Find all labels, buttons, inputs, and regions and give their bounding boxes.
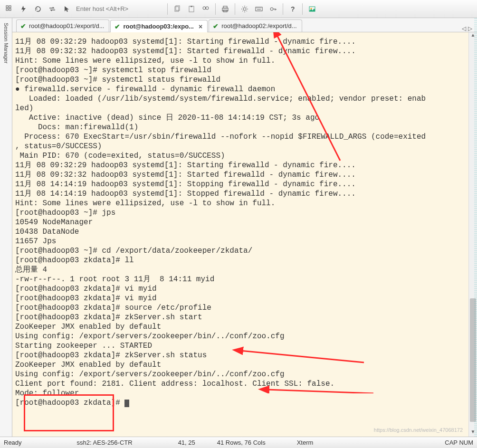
svg-rect-0 [6,6,8,8]
terminal-line: 11月 08 14:14:19 hadoop03 systemd[1]: Sto… [15,180,466,189]
close-icon[interactable]: × [199,23,202,30]
terminal-line: Client port found: 2181. Client address:… [15,379,466,389]
toolbar-copy-icon[interactable] [171,2,184,16]
tab-label: root@hadoop03:/expo... [123,23,193,30]
terminal-line: led) [15,104,466,113]
terminal-line: [root@hadoop03 ~]# systemctl status fire… [15,75,466,85]
status-bar: Ready ssh2: AES-256-CTR 41, 25 41 Rows, … [0,437,477,448]
session-manager-label: Session Manager [3,23,9,64]
terminal-line: -rw-r--r--. 1 root root 3 11月 8 14:11 my… [15,275,466,284]
terminal-line: Process: 670 ExecStart=/usr/sbin/firewal… [15,132,466,142]
terminal-line: [root@hadoop03 zkdata]# [15,398,466,408]
terminal-line: 11月 08 09:32:32 hadoop03 systemd[1]: Sta… [15,170,466,180]
toolbar-refresh-icon[interactable] [31,2,45,16]
terminal-line: 11月 08 09:32:29 hadoop03 systemd[1]: Sta… [15,37,466,47]
status-size: 41 Rows, 76 Cols [217,439,266,446]
terminal-line: [root@hadoop03 zkdata]# zkServer.sh stat… [15,351,466,360]
separator [235,3,235,15]
tab-hadoop01[interactable]: ✔ root@hadoop01:/export/d... [16,19,109,32]
session-tabs: ✔ root@hadoop01:/export/d... ✔ root@hado… [12,18,477,32]
terminal-line: Mode: follower [15,389,466,398]
svg-rect-1 [9,6,11,8]
tab-label: root@hadoop01:/export/d... [29,22,104,29]
svg-point-13 [243,8,246,10]
terminal-line: Using config: /export/servers/zookeeper/… [15,370,466,379]
separator [283,3,283,15]
tab-label: root@hadoop02:/export/d... [221,22,296,29]
toolbar-key-icon[interactable] [267,2,280,16]
tab-next-icon[interactable]: ▷ [468,25,472,32]
terminal-output[interactable]: 11月 08 09:32:29 hadoop03 systemd[1]: Sta… [12,32,468,437]
status-term: Xterm [297,439,314,446]
toolbar-paste-icon[interactable] [185,2,198,16]
svg-rect-14 [256,7,262,11]
terminal-line: [root@hadoop03 zkdata]# vi myid [15,294,466,303]
svg-rect-10 [223,6,227,8]
terminal-line: , status=0/SUCCESS) [15,142,466,151]
terminal-line: [root@hadoop03 zkdata]# zkServer.sh star… [15,313,466,322]
terminal-line: [root@hadoop03 zkdata]# ll [15,256,466,265]
terminal-line: [root@hadoop03 zkdata]# vi myid [15,284,466,294]
terminal-line: ZooKeeper JMX enabled by default [15,360,466,370]
toolbar-keyboard-icon[interactable] [252,2,266,16]
separator [215,3,216,15]
terminal-line: 总用量 4 [15,265,466,275]
main-toolbar: ? [0,0,477,18]
status-caps: CAP NUM [445,439,473,446]
terminal-line: 11月 08 09:32:32 hadoop03 systemd[1]: Sta… [15,47,466,56]
terminal-line: 10549 NodeManager [15,218,466,227]
status-ready: Ready [4,439,22,446]
terminal-line: Main PID: 670 (code=exited, status=0/SUC… [15,151,466,161]
svg-point-15 [270,8,273,10]
toolbar-print-icon[interactable] [219,2,232,16]
tab-prev-icon[interactable]: ◁ [462,25,466,32]
session-manager-sidebar[interactable]: Session Manager [0,18,12,437]
toolbar-help-icon[interactable]: ? [286,2,299,16]
terminal-line: 11657 Jps [15,237,466,246]
svg-rect-2 [6,9,8,10]
terminal-line: 10438 DataNode [15,227,466,237]
status-connection: ssh2: AES-256-CTR [77,439,133,446]
toolbar-pointer-icon[interactable] [60,2,73,16]
check-icon: ✔ [20,22,26,30]
toolbar-gear-icon[interactable] [238,2,251,16]
terminal-line: 11月 08 14:14:19 hadoop03 systemd[1]: Sto… [15,189,466,199]
toolbar-image-icon[interactable] [305,2,319,16]
separator [167,3,168,15]
activity-gutter [474,18,477,437]
terminal-line: [root@hadoop03 zkdata]# source /etc/prof… [15,303,466,313]
check-icon: ✔ [114,23,120,30]
status-cursor-pos: 41, 25 [178,439,195,446]
terminal-line: Hint: Some lines were ellipsized, use -l… [15,56,466,66]
terminal-line: Active: inactive (dead) since 日 2020-11-… [15,113,466,123]
terminal-line: Docs: man:firewalld(1) [15,123,466,132]
svg-text:?: ? [291,5,295,13]
separator [302,3,303,15]
terminal-line: [root@hadoop03 ~]# systemctl stop firewa… [15,66,466,75]
tab-hadoop03[interactable]: ✔ root@hadoop03:/expo... × [110,20,208,32]
terminal-line: 11月 08 09:32:29 hadoop03 systemd[1]: Sta… [15,161,466,170]
host-input[interactable] [74,3,164,15]
svg-rect-3 [9,9,11,10]
toolbar-grid-icon[interactable] [3,2,16,16]
watermark: https://blog.csdn.net/weixin_47068172 [374,425,463,435]
terminal-line: [root@hadoop03 ~]# jps [15,208,466,218]
toolbar-find-icon[interactable] [199,2,212,16]
svg-rect-7 [191,6,192,7]
terminal-line: Loaded: loaded (/usr/lib/systemd/system/… [15,94,466,104]
terminal-cursor [124,400,129,407]
terminal-line: Starting zookeeper ... STARTED [15,341,466,351]
toolbar-bolt-icon[interactable] [17,2,30,16]
tab-hadoop02[interactable]: ✔ root@hadoop02:/export/d... [209,19,302,32]
terminal-line: Using config: /export/servers/zookeeper/… [15,332,466,341]
terminal-line: [root@hadoop03 ~]# cd /export/data/zooke… [15,246,466,256]
terminal-line: ● firewalld.service - firewalld - dynami… [15,85,466,94]
check-icon: ✔ [213,22,219,30]
toolbar-loop-icon[interactable] [46,2,59,16]
terminal-line: Hint: Some lines were ellipsized, use -l… [15,199,466,208]
terminal-line: ZooKeeper JMX enabled by default [15,322,466,332]
